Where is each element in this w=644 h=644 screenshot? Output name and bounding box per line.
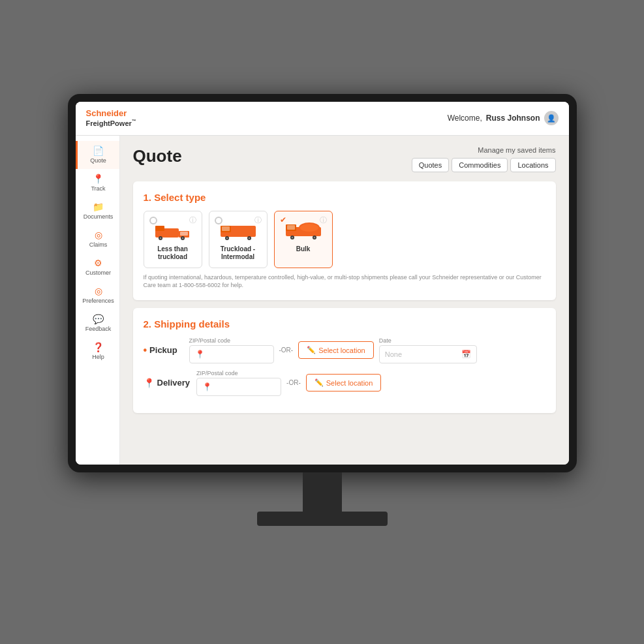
- svg-rect-7: [155, 226, 164, 231]
- truckload-label: Truckload - Intermodal: [217, 245, 259, 261]
- page-title: Quote: [133, 146, 182, 166]
- delivery-zip-group: ZIP/Postal code 📍: [196, 370, 281, 396]
- monitor-stand-neck: [303, 472, 342, 512]
- bulk-truck-icon: [284, 219, 322, 240]
- sidebar-label-customer: Customer: [85, 269, 111, 276]
- saved-items-buttons: Quotes Commodities Locations: [412, 158, 556, 172]
- sidebar-label-help: Help: [92, 354, 104, 360]
- pickup-select-location-button[interactable]: ✏️ Select location: [298, 341, 374, 359]
- pickup-fields: ZIP/Postal code 📍 -OR- ✏️ Select l: [189, 337, 545, 363]
- claims-icon: ◎: [95, 230, 102, 239]
- sidebar-label-feedback: Feedback: [85, 326, 112, 332]
- sidebar-item-preferences[interactable]: ◎ Preferences: [76, 281, 119, 309]
- bulk-info-icon[interactable]: ⓘ: [320, 215, 327, 225]
- delivery-row: 📍 Delivery ZIP/Postal code 📍: [144, 370, 545, 396]
- svg-rect-10: [222, 226, 230, 231]
- delivery-edit-icon: ✏️: [314, 378, 324, 387]
- locations-button[interactable]: Locations: [510, 158, 555, 172]
- sidebar-item-customer[interactable]: ⚙ Customer: [76, 253, 119, 281]
- svg-rect-17: [287, 225, 295, 230]
- truckload-radio[interactable]: [215, 217, 222, 224]
- transport-option-truckload[interactable]: ⓘ: [209, 211, 268, 268]
- pickup-row: • Pickup ZIP/Postal code 📍: [144, 337, 545, 363]
- svg-point-6: [181, 237, 183, 239]
- svg-point-4: [159, 237, 161, 239]
- delivery-label-container: 📍 Delivery: [144, 378, 191, 388]
- pickup-date-group: Date None 📅: [379, 337, 477, 363]
- ltl-truck-icon: [154, 219, 192, 240]
- sidebar-label-preferences: Preferences: [82, 298, 114, 304]
- sidebar-label-documents: Documents: [84, 213, 114, 220]
- page-header: Quote Manage my saved items Quotes Commo…: [133, 146, 556, 172]
- section2-number: 2.: [144, 318, 152, 330]
- section2-title: 2. Shipping details: [144, 318, 545, 330]
- logo-brand: Schneider: [86, 109, 136, 118]
- svg-point-19: [300, 224, 318, 232]
- section1-title: 1. Select type: [144, 192, 545, 203]
- sidebar-label-track: Track: [91, 185, 105, 192]
- top-bar: Schneider FreightPower™ Welcome, Russ Jo…: [76, 102, 569, 136]
- delivery-zip-input[interactable]: [215, 383, 275, 391]
- saved-items-label: Manage my saved items: [478, 146, 555, 154]
- delivery-or-divider: -OR-: [286, 379, 301, 386]
- bulk-label: Bulk: [296, 245, 311, 253]
- section2-title-text: Shipping details: [154, 318, 230, 330]
- content-area: Quote Manage my saved items Quotes Commo…: [120, 136, 569, 465]
- feedback-icon: 💬: [93, 314, 104, 324]
- delivery-select-location-button[interactable]: ✏️ Select location: [306, 374, 382, 391]
- pickup-date-field[interactable]: None 📅: [379, 345, 477, 363]
- transport-option-bulk[interactable]: ✔ ⓘ: [274, 211, 333, 268]
- monitor: Schneider FreightPower™ Welcome, Russ Jo…: [68, 94, 577, 551]
- delivery-zip-label: ZIP/Postal code: [196, 370, 281, 376]
- svg-point-23: [313, 236, 315, 238]
- top-bar-right: Welcome, Russ Johnson 👤: [448, 111, 559, 125]
- truckload-truck-container: [219, 218, 258, 241]
- delivery-select-location-label: Select location: [326, 379, 373, 387]
- main-layout: 📄 Quote 📍 Track 📁 Documents ◎ Claims: [76, 136, 569, 465]
- section-select-type: 1. Select type ⓘ: [133, 181, 556, 300]
- monitor-stand-base: [257, 512, 388, 526]
- welcome-text: Welcome,: [448, 114, 482, 123]
- sidebar-label-quote: Quote: [90, 157, 106, 164]
- truckload-truck-icon: [219, 219, 257, 240]
- saved-items-section: Manage my saved items Quotes Commodities…: [412, 146, 556, 172]
- sidebar-item-help[interactable]: ❓ Help: [76, 337, 119, 365]
- help-icon: ❓: [93, 343, 104, 352]
- pickup-zip-input-wrapper: 📍: [189, 345, 274, 363]
- delivery-label: Delivery: [157, 378, 191, 388]
- monitor-screen-outer: Schneider FreightPower™ Welcome, Russ Jo…: [68, 94, 577, 472]
- preferences-icon: ◎: [95, 286, 102, 296]
- user-name: Russ Johnson: [486, 114, 540, 123]
- bulk-truck-container: [284, 218, 323, 241]
- ltl-radio[interactable]: [149, 217, 157, 224]
- section1-number: 1.: [144, 192, 152, 203]
- sidebar-item-claims[interactable]: ◎ Claims: [76, 225, 119, 253]
- quotes-button[interactable]: Quotes: [412, 158, 449, 172]
- pickup-label-container: • Pickup: [144, 345, 183, 356]
- sidebar-item-quote[interactable]: 📄 Quote: [76, 141, 119, 169]
- pickup-pin-icon: 📍: [195, 350, 205, 359]
- documents-icon: 📁: [93, 202, 104, 211]
- sidebar-item-track[interactable]: 📍 Track: [76, 169, 119, 197]
- pickup-zip-input[interactable]: [207, 350, 268, 358]
- transport-option-ltl[interactable]: ⓘ: [144, 211, 202, 268]
- sidebar-item-feedback[interactable]: 💬 Feedback: [76, 309, 119, 337]
- pickup-dot-icon: •: [144, 345, 147, 356]
- logo: Schneider FreightPower™: [86, 109, 136, 127]
- svg-rect-2: [180, 232, 188, 236]
- bulk-check-icon: ✔: [280, 215, 286, 224]
- pickup-or-divider: -OR-: [279, 346, 294, 354]
- commodities-button[interactable]: Commodities: [452, 158, 508, 172]
- truckload-info-icon[interactable]: ⓘ: [254, 215, 262, 225]
- track-icon: 📍: [93, 174, 104, 183]
- ltl-info-icon[interactable]: ⓘ: [189, 215, 196, 225]
- sidebar-label-claims: Claims: [89, 241, 108, 248]
- calendar-icon[interactable]: 📅: [461, 350, 471, 359]
- delivery-zip-input-wrapper: 📍: [196, 378, 281, 396]
- svg-point-14: [248, 237, 250, 239]
- pickup-label: Pickup: [149, 345, 177, 355]
- pickup-zip-group: ZIP/Postal code 📍: [189, 337, 274, 363]
- sidebar-item-documents[interactable]: 📁 Documents: [76, 197, 119, 225]
- user-avatar-icon[interactable]: 👤: [544, 111, 559, 125]
- svg-point-21: [291, 236, 293, 238]
